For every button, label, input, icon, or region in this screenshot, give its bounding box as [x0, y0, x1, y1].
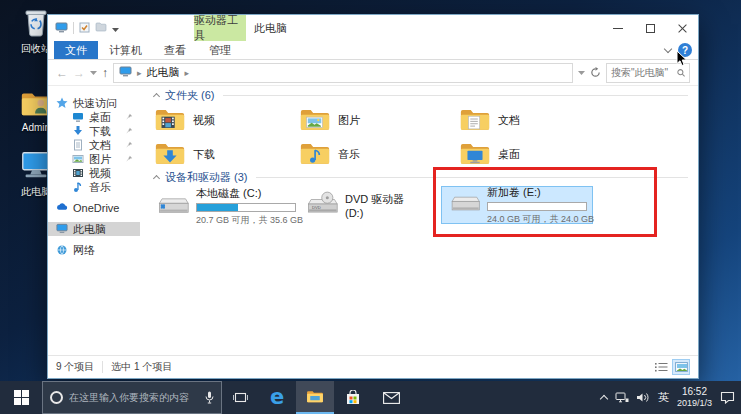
back-button[interactable]: ←: [56, 67, 68, 79]
folder-name: 音乐: [338, 147, 360, 162]
details-view-button[interactable]: [652, 359, 670, 375]
breadcrumb-this-pc[interactable]: 此电脑: [147, 65, 180, 80]
sidebar-item-label: 快速访问: [73, 96, 117, 111]
location-computer-icon: [119, 66, 132, 79]
video-folder-icon: [154, 106, 186, 135]
address-dropdown-icon[interactable]: [578, 70, 585, 75]
drive-tile-c[interactable]: 本地磁盘 (C:) 20.7 GB 可用，共 35.6 GB: [154, 186, 296, 227]
sidebar-item-label: 音乐: [89, 180, 111, 195]
item-count: 9 个项目: [56, 360, 94, 374]
tab-computer[interactable]: 计算机: [98, 41, 153, 59]
taskbar-store-button[interactable]: [334, 381, 372, 414]
sidebar-item-documents[interactable]: 文档: [48, 138, 140, 152]
pin-icon: [125, 113, 133, 121]
titlebar[interactable]: 驱动器工具 此电脑: [48, 15, 698, 41]
capacity-bar: [487, 202, 587, 211]
mail-icon: [383, 392, 400, 404]
drive-tile-dvd[interactable]: DVD DVD 驱动器 (D:): [303, 186, 423, 224]
tab-manage[interactable]: 管理: [194, 41, 246, 59]
maximize-button[interactable]: [634, 15, 666, 41]
folder-tile-desktop[interactable]: 桌面: [459, 140, 688, 168]
explorer-window: 驱动器工具 此电脑 文件 计算机 查看 管理 ? ← → ↑ ▸ 此电脑 ▸: [47, 14, 699, 379]
minimize-button[interactable]: [602, 15, 634, 41]
properties-icon[interactable]: [79, 22, 90, 35]
maximize-icon: [646, 24, 655, 33]
documents-folder-icon: [459, 106, 491, 135]
refresh-icon[interactable]: [590, 67, 601, 78]
sidebar-item-downloads[interactable]: 下载: [48, 124, 140, 138]
drive-detail: 20.7 GB 可用，共 35.6 GB: [196, 214, 303, 227]
folder-tile-pictures[interactable]: 图片: [299, 106, 459, 134]
action-center-icon[interactable]: [720, 391, 735, 404]
desktop-icon-label: Admin: [22, 122, 50, 133]
file-list-area: 文件夹 (6) 视频 图片: [140, 86, 698, 355]
music-note-icon: [72, 181, 84, 193]
drives-group-header[interactable]: 设备和驱动器 (3): [152, 170, 688, 184]
new-folder-icon[interactable]: [95, 22, 107, 34]
taskbar-clock[interactable]: 16:52 2019/1/3: [677, 386, 712, 409]
divider: [73, 22, 74, 34]
tab-view[interactable]: 查看: [153, 41, 197, 59]
drive-name: DVD 驱动器 (D:): [345, 192, 423, 219]
tray-time: 16:52: [677, 386, 712, 398]
expand-ribbon-icon[interactable]: [664, 44, 672, 52]
group-header-rule: [256, 177, 689, 178]
sidebar-item-quick-access[interactable]: 快速访问: [48, 96, 140, 110]
qat-customize-dropdown-icon[interactable]: [112, 22, 119, 34]
help-icon[interactable]: ?: [678, 43, 692, 57]
search-input[interactable]: [611, 67, 674, 78]
taskbar-search-box[interactable]: [42, 381, 222, 414]
large-icons-view-button[interactable]: [672, 359, 690, 375]
cortana-icon: [50, 391, 63, 404]
taskbar-file-explorer-button[interactable]: [296, 381, 334, 414]
sidebar-item-this-pc[interactable]: 此电脑: [48, 222, 140, 236]
selected-count: 选中 1 个项目: [111, 360, 172, 374]
folder-name: 视频: [193, 113, 215, 128]
folders-group-header[interactable]: 文件夹 (6): [152, 88, 688, 102]
microphone-icon[interactable]: [205, 391, 214, 404]
drive-tile-e-selected[interactable]: 新加卷 (E:) 24.0 GB 可用，共 24.0 GB: [441, 186, 593, 224]
sidebar-item-videos[interactable]: 视频: [48, 166, 140, 180]
tab-file[interactable]: 文件: [54, 41, 98, 59]
sidebar-item-label: 此电脑: [73, 222, 106, 237]
search-box: [606, 63, 690, 83]
document-icon: [72, 139, 84, 151]
folder-tile-videos[interactable]: 视频: [154, 106, 299, 134]
volume-icon[interactable]: [637, 392, 650, 403]
capacity-bar-fill: [197, 204, 238, 211]
recent-locations-dropdown-icon[interactable]: [90, 70, 97, 75]
address-box[interactable]: ▸ 此电脑 ▸: [113, 63, 573, 83]
network-icon[interactable]: [615, 392, 629, 403]
taskbar-mail-button[interactable]: [372, 381, 410, 414]
show-hidden-icons-chevron[interactable]: [600, 395, 608, 403]
folder-tile-music[interactable]: 音乐: [299, 140, 459, 168]
start-button[interactable]: [0, 381, 42, 414]
pin-icon: [125, 127, 133, 135]
folder-tile-downloads[interactable]: 下载: [154, 140, 299, 168]
sidebar-item-pictures[interactable]: 图片: [48, 152, 140, 166]
taskbar-search-input[interactable]: [69, 392, 199, 403]
hard-drive-icon: [154, 193, 190, 221]
taskbar-edge-button[interactable]: e: [258, 381, 296, 414]
sidebar-item-desktop[interactable]: 桌面: [48, 110, 140, 124]
ribbon-right-controls: ?: [665, 41, 692, 59]
sidebar-item-onedrive[interactable]: OneDrive: [48, 201, 140, 215]
quick-access-star-icon: [56, 97, 68, 109]
up-button[interactable]: ↑: [102, 67, 108, 79]
language-indicator[interactable]: 英: [658, 390, 669, 405]
folder-tile-documents[interactable]: 文档: [459, 106, 688, 134]
contextual-tab-drive-tools[interactable]: 驱动器工具: [194, 15, 246, 41]
computer-icon: [56, 223, 68, 235]
edge-icon: e: [270, 387, 284, 408]
sidebar-item-music[interactable]: 音乐: [48, 180, 140, 194]
ribbon-tab-row: 文件 计算机 查看 管理 ?: [48, 41, 698, 60]
taskbar: e 英 16:52 2019/1/3: [0, 381, 741, 414]
tray-date: 2019/1/3: [677, 398, 712, 409]
task-view-button[interactable]: [222, 381, 258, 414]
file-explorer-icon: [306, 389, 324, 404]
pin-icon: [125, 155, 133, 163]
forward-button[interactable]: →: [73, 67, 85, 79]
search-icon[interactable]: [677, 68, 685, 78]
close-button[interactable]: [666, 15, 698, 41]
sidebar-item-network[interactable]: 网络: [48, 243, 140, 257]
